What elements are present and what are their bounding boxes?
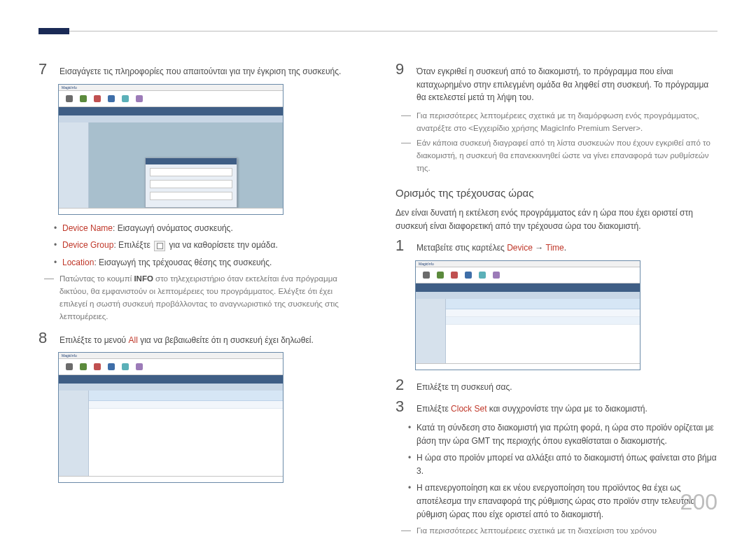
list-header-row <box>446 299 640 309</box>
header-accent <box>38 28 69 34</box>
dialog-field <box>150 180 232 188</box>
note-text: Εάν κάποια συσκευή διαγραφεί από τη λίστ… <box>416 137 718 174</box>
screenshot-titlebar: MagicInfo <box>59 353 283 359</box>
toolbar-icon <box>108 363 115 370</box>
screenshot-list <box>446 299 640 365</box>
note-text: Για περισσότερες λεπτομέρειες σχετικά με… <box>416 525 718 534</box>
toolbar-icon <box>66 363 73 370</box>
screenshot-sidebar <box>416 299 446 365</box>
screenshot-body <box>59 122 283 210</box>
intro-text: Δεν είναι δυνατή η εκτέλεση ενός προγράμ… <box>396 206 718 232</box>
list-row <box>89 401 283 409</box>
bullet-location: Location: Εισαγωγή της τρέχουσας θέσης τ… <box>54 256 360 269</box>
screenshot-body <box>59 391 283 478</box>
time-step-3: 3 Επιλέξτε Clock Set και συγχρονίστε την… <box>396 399 718 416</box>
toolbar-icon <box>122 363 129 370</box>
term-device-group: Device Group <box>62 240 113 250</box>
screenshot-list <box>89 391 283 478</box>
step-number: 7 <box>38 62 50 77</box>
toolbar-icon <box>66 95 73 102</box>
note-dash-icon <box>401 115 411 135</box>
screenshot-device-list: MagicInfo <box>58 352 284 483</box>
note-info-button: Πατώντας το κουμπί INFO στο τηλεχειριστή… <box>44 273 360 323</box>
two-column-layout: 7 Εισαγάγετε τις πληροφορίες που απαιτού… <box>38 62 718 534</box>
step-text: Εισαγάγετε τις πληροφορίες που απαιτούντ… <box>59 62 341 78</box>
step-8: 8 Επιλέξτε το μενού All για να βεβαιωθεί… <box>38 330 360 347</box>
step-text: Επιλέξτε τη συσκευή σας. <box>416 377 512 394</box>
note-manual-ref: Για περισσότερες λεπτομέρειες σχετικά με… <box>401 110 718 135</box>
dialog-header <box>146 158 237 164</box>
term-location: Location <box>62 258 94 267</box>
screenshot-body <box>416 299 640 365</box>
screenshot-toolbar <box>59 359 283 375</box>
term-device-name: Device Name <box>62 223 113 233</box>
step-number: 9 <box>396 62 407 77</box>
screenshot-titlebar: MagicInfo <box>416 261 640 267</box>
page-number: 200 <box>680 485 718 520</box>
note-dash-icon <box>44 279 54 323</box>
screenshot-toolbar <box>59 91 283 107</box>
toolbar-icon <box>122 95 129 102</box>
step-text: Επιλέξτε Clock Set και συγχρονίστε την ώ… <box>416 399 648 416</box>
step-number: 8 <box>38 330 50 346</box>
screenshot-main <box>89 122 283 210</box>
toolbar-icon <box>80 95 87 102</box>
document-page: 7 Εισαγάγετε τις πληροφορίες που απαιτού… <box>0 0 756 534</box>
screenshot-time-tab: MagicInfo <box>415 260 640 370</box>
toolbar-icon <box>451 272 458 279</box>
step-text: Μεταβείτε στις καρτέλες Device → Time. <box>416 238 566 255</box>
step-text: Επιλέξτε το μενού All για να βεβαιωθείτε… <box>59 330 314 347</box>
toolbar-icon <box>437 272 444 279</box>
screenshot-subbar <box>59 115 283 122</box>
note-text: Για περισσότερες λεπτομέρειες σχετικά με… <box>416 110 718 135</box>
header-rule <box>38 28 718 34</box>
list-row <box>446 309 640 317</box>
time-sub-bullets: Κατά τη σύνδεση στο διακομιστή για πρώτη… <box>408 421 718 521</box>
screenshot-footer <box>59 476 283 482</box>
screenshot-sidebar <box>59 122 89 210</box>
screenshot-banner <box>59 107 283 115</box>
screenshot-subbar <box>59 384 283 391</box>
field-bullets: Device Name: Εισαγωγή ονόματος συσκευής.… <box>54 222 360 269</box>
bullet-device-group: Device Group: Επιλέξτε για να καθορίσετε… <box>54 239 360 252</box>
toolbar-icon <box>94 363 101 370</box>
step-number: 1 <box>396 238 407 253</box>
screenshot-titlebar: MagicInfo <box>59 85 283 91</box>
sub-bullet: Η απενεργοποίηση και εκ νέου ενεργοποίησ… <box>408 482 718 521</box>
screenshot-subbar <box>416 292 640 299</box>
step-text: Όταν εγκριθεί η συσκευή από το διακομιστ… <box>416 62 718 104</box>
list-row <box>446 317 640 325</box>
toolbar-icon <box>94 95 101 102</box>
toolbar-icon <box>465 272 472 279</box>
step-7: 7 Εισαγάγετε τις πληροφορίες που απαιτού… <box>38 62 360 78</box>
note-text: Πατώντας το κουμπί INFO στο τηλεχειριστή… <box>59 273 360 323</box>
dialog-field <box>150 168 232 176</box>
toolbar-icon <box>136 95 143 102</box>
sub-bullet: Η ώρα στο προϊόν μπορεί να αλλάξει από τ… <box>408 451 718 477</box>
note-dash-icon <box>401 143 411 174</box>
sub-bullet: Κατά τη σύνδεση στο διακομιστή για πρώτη… <box>408 421 718 447</box>
toolbar-icon <box>423 272 430 279</box>
toolbar-icon <box>479 272 486 279</box>
screenshot-footer <box>416 363 640 370</box>
step-number: 2 <box>396 377 407 393</box>
screenshot-banner <box>59 375 283 384</box>
list-header-row <box>89 391 283 401</box>
screenshot-sidebar <box>59 391 89 478</box>
left-column: 7 Εισαγάγετε τις πληροφορίες που απαιτού… <box>38 62 360 534</box>
note-time-manual: Για περισσότερες λεπτομέρειες σχετικά με… <box>401 525 718 534</box>
time-step-1: 1 Μεταβείτε στις καρτέλες Device → Time. <box>396 238 718 255</box>
toolbar-icon <box>493 272 500 279</box>
group-select-icon <box>154 241 165 251</box>
dialog-field <box>150 192 232 200</box>
toolbar-icon <box>108 95 115 102</box>
right-column: 9 Όταν εγκριθεί η συσκευή από το διακομι… <box>396 62 718 534</box>
screenshot-approval-dialog: MagicInfo <box>58 84 284 215</box>
heading-set-time: Ορισμός της τρέχουσας ώρας <box>396 185 718 201</box>
bullet-device-name: Device Name: Εισαγωγή ονόματος συσκευής. <box>54 222 360 235</box>
toolbar-icon <box>136 363 143 370</box>
screenshot-toolbar <box>416 267 640 283</box>
step-9: 9 Όταν εγκριθεί η συσκευή από το διακομι… <box>396 62 718 104</box>
screenshot-banner <box>416 283 640 292</box>
time-step-2: 2 Επιλέξτε τη συσκευή σας. <box>396 377 718 394</box>
